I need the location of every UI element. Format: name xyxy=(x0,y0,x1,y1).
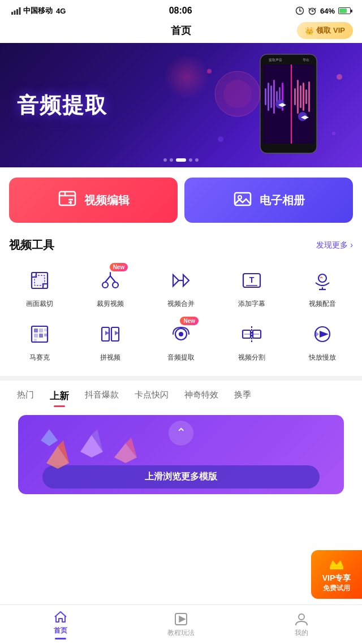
origami-svg xyxy=(29,418,154,491)
merge-icon xyxy=(169,268,193,293)
svg-marker-84 xyxy=(320,331,329,338)
tool-item-speed[interactable]: 快放慢放 xyxy=(287,313,357,367)
banner-dot-3 xyxy=(176,158,186,162)
tool-label-split: 视频分割 xyxy=(238,353,265,362)
tool-item-crop[interactable]: 画面裁切 xyxy=(5,260,75,313)
subtitle-icon: T xyxy=(239,268,264,293)
svg-rect-3 xyxy=(19,7,21,15)
cat-tab-hot[interactable]: 热门 xyxy=(9,386,42,406)
tool-icon-wrap-subtitle: T xyxy=(236,265,267,296)
nav-item-tutorial[interactable]: 教程玩法 xyxy=(120,612,241,638)
vip-float-text1: VIP专享 xyxy=(317,573,356,584)
svg-point-35 xyxy=(223,80,252,108)
battery-percent: 64% xyxy=(320,7,335,15)
alarm-icon xyxy=(308,6,317,15)
video-edit-button[interactable]: 视频编辑 xyxy=(9,178,178,223)
photo-album-icon xyxy=(232,188,253,213)
svg-rect-65 xyxy=(34,329,38,332)
svg-point-47 xyxy=(238,196,242,199)
cat-tab-rhythm[interactable]: 卡点快闪 xyxy=(127,386,176,406)
banner-dots xyxy=(163,158,199,162)
svg-point-77 xyxy=(179,332,183,336)
svg-marker-85 xyxy=(315,331,319,338)
cat-tab-seasonal[interactable]: 换季 xyxy=(226,386,259,406)
nav-item-home[interactable]: 首页 xyxy=(0,610,120,639)
svg-point-38 xyxy=(337,74,342,80)
svg-rect-26 xyxy=(300,85,301,108)
person-icon xyxy=(294,612,309,626)
signal-icon xyxy=(11,7,21,15)
vip-button[interactable]: 👑 领取 VIP xyxy=(297,22,353,39)
action-buttons-row: 视频编辑 电子相册 xyxy=(0,167,362,233)
nav-active-dot xyxy=(55,638,66,639)
vip-float-button[interactable]: VIP专享 免费试用 xyxy=(311,550,362,599)
tool-item-mosaic[interactable]: 马赛克 xyxy=(5,313,75,367)
photo-album-button[interactable]: 电子相册 xyxy=(184,178,353,223)
tool-icon-wrap-mosaic xyxy=(24,319,55,349)
svg-rect-18 xyxy=(270,85,272,108)
timer-icon xyxy=(295,6,304,15)
tools-more-link[interactable]: 发现更多 › xyxy=(316,240,353,250)
svg-point-37 xyxy=(218,136,223,142)
speed-icon xyxy=(310,322,335,347)
svg-rect-40 xyxy=(59,192,75,205)
tool-icon-wrap-speed xyxy=(307,319,338,349)
photo-album-label: 电子相册 xyxy=(260,193,305,208)
svg-point-36 xyxy=(207,69,212,74)
video-edit-icon xyxy=(57,188,77,213)
template-preview[interactable]: ⌃ 上滑浏览更多模版 xyxy=(18,415,344,494)
cat-tab-effects[interactable]: 神奇特效 xyxy=(176,386,226,406)
tool-item-split[interactable]: 视频分割 xyxy=(216,313,287,367)
svg-rect-29 xyxy=(308,81,310,112)
tool-item-splice[interactable]: 拼视频 xyxy=(75,313,146,367)
tool-icon-wrap-crop xyxy=(24,265,55,296)
tool-item-audio[interactable]: New 音频提取 xyxy=(146,313,217,367)
svg-rect-94 xyxy=(330,567,343,569)
svg-marker-92 xyxy=(41,429,58,446)
vip-btn-label: 领取 VIP xyxy=(316,25,345,36)
svg-rect-24 xyxy=(294,88,296,105)
tool-label-crop: 画面裁切 xyxy=(26,299,53,309)
tool-item-dubbing[interactable]: 视频配音 xyxy=(287,260,357,313)
banner-visual: 提取声音 导出 xyxy=(181,43,362,167)
svg-rect-0 xyxy=(11,12,13,15)
dubbing-icon xyxy=(310,268,335,293)
tool-label-merge: 视频合并 xyxy=(167,299,195,309)
svg-line-53 xyxy=(110,276,115,282)
audio-icon xyxy=(169,322,193,347)
cat-tab-douyin[interactable]: 抖音爆款 xyxy=(77,386,127,406)
vip-float-text2: 免费试用 xyxy=(317,584,356,593)
banner-title: 音频提取 xyxy=(17,91,107,120)
svg-text:提取声音: 提取声音 xyxy=(269,58,282,62)
svg-point-51 xyxy=(113,282,118,288)
battery-icon xyxy=(338,7,351,14)
svg-text:◀▶: ◀▶ xyxy=(301,114,309,120)
tool-item-subtitle[interactable]: T 添加字幕 xyxy=(216,260,287,313)
svg-rect-25 xyxy=(297,80,299,114)
banner-dot-5 xyxy=(195,158,199,162)
tool-icon-wrap-split xyxy=(236,319,267,349)
hero-banner[interactable]: 音频提取 提取声音 导出 xyxy=(0,43,362,167)
page-title: 首页 xyxy=(171,24,191,37)
tool-label-speed: 快放慢放 xyxy=(309,353,336,362)
new-badge-trim: New xyxy=(110,263,128,271)
cat-tab-new[interactable]: 上新 xyxy=(42,386,77,406)
nav-label-profile: 我的 xyxy=(295,628,308,638)
svg-line-52 xyxy=(105,276,110,282)
tool-icon-wrap-trim: New xyxy=(95,265,126,296)
nav-item-profile[interactable]: 我的 xyxy=(242,612,362,638)
banner-text: 音频提取 xyxy=(0,80,124,131)
tool-item-merge[interactable]: 视频合并 xyxy=(146,260,217,313)
home-icon xyxy=(53,610,68,624)
tool-item-trim[interactable]: New 裁剪视频 xyxy=(75,260,146,313)
svg-point-97 xyxy=(299,614,304,620)
network-text: 4G xyxy=(56,7,66,15)
carrier-text: 中国移动 xyxy=(23,6,53,16)
nav-label-tutorial: 教程玩法 xyxy=(167,628,195,638)
nav-label-home: 首页 xyxy=(54,626,67,636)
section-divider xyxy=(0,376,362,381)
scroll-up-button[interactable]: ⌃ xyxy=(169,421,193,446)
tools-section-title: 视频工具 xyxy=(9,237,54,253)
banner-dot-4 xyxy=(189,158,192,162)
tools-section-header: 视频工具 发现更多 › xyxy=(0,233,362,256)
